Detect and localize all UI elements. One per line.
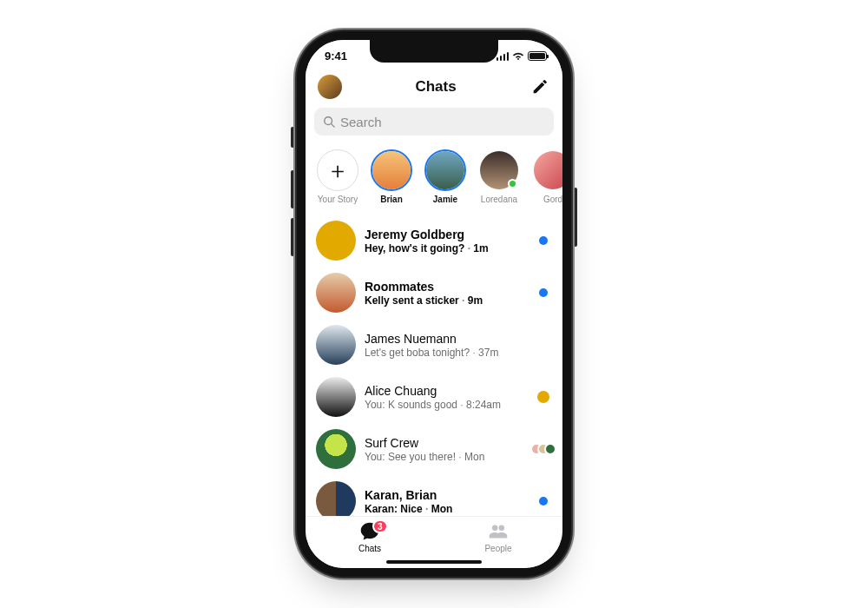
story-label: Your Story [318,195,358,204]
chat-preview: Hey, how's it going? · 1m [365,242,524,254]
svg-line-2 [332,124,335,128]
presence-dot-icon [508,179,517,188]
chat-row[interactable]: Jeremy GoldbergHey, how's it going? · 1m [314,215,559,267]
chat-avatar [316,325,356,365]
seen-avatar-icon [537,391,549,403]
home-indicator[interactable] [386,560,482,564]
clock-label: 9:41 [325,50,347,63]
search-icon [323,116,335,128]
search-input[interactable]: Search [314,108,554,135]
chat-name: Surf Crew [365,436,524,450]
unread-badge: 3 [372,519,388,533]
story-item[interactable]: Gord [531,149,562,204]
story-avatar [372,151,411,189]
chat-avatar [316,377,356,417]
story-item[interactable]: Brian [370,149,413,204]
battery-icon [528,51,547,61]
chat-list[interactable]: Jeremy GoldbergHey, how's it going? · 1m… [306,215,562,516]
story-item[interactable]: Loredana [477,149,521,204]
stories-strip[interactable]: ＋Your StoryBrianJamieLoredanaGord [306,144,562,215]
tab-label: Chats [358,544,381,553]
story-item[interactable]: Jamie [424,149,467,204]
story-label: Loredana [481,195,517,204]
story-label: Brian [380,195,403,204]
story-label: Gord [543,195,562,204]
chat-avatar [316,481,356,516]
chat-row[interactable]: Surf CrewYou: See you there! · Mon [314,423,559,475]
story-avatar [534,151,562,189]
people-icon [487,520,510,543]
chat-avatar [316,429,356,469]
chat-preview: Let's get boba tonight? · 37m [365,347,524,359]
tab-label: People [484,544,511,553]
chat-row[interactable]: James NuemannLet's get boba tonight? · 3… [314,319,559,371]
chat-preview: Kelly sent a sticker · 9m [365,294,524,307]
notch [370,40,498,63]
compose-button[interactable] [529,76,550,97]
page-title: Chats [415,78,456,96]
chat-name: James Nuemann [365,332,524,346]
plus-icon: ＋ [326,159,349,182]
unread-dot-icon [539,497,548,506]
compose-icon [530,77,549,96]
unread-dot-icon [539,288,548,297]
chat-preview: Karan: Nice · Mon [365,503,524,515]
phone-frame: 9:41 Chats [306,40,562,568]
story-item[interactable]: ＋Your Story [316,149,359,204]
chat-preview: You: See you there! · Mon [365,451,524,463]
chat-preview: You: K sounds good · 8:24am [365,399,524,411]
wifi-icon [512,51,524,61]
seen-stack-icon [530,443,556,455]
chat-row[interactable]: RoommatesKelly sent a sticker · 9m [314,267,559,319]
story-avatar [426,151,464,189]
chat-name: Karan, Brian [365,488,524,502]
chat-name: Alice Chuang [365,384,524,398]
story-label: Jamie [433,195,457,204]
profile-avatar[interactable] [318,75,342,99]
chat-name: Jeremy Goldberg [365,228,524,241]
cell-signal-icon [496,51,510,61]
chat-avatar [316,221,356,261]
chat-row[interactable]: Alice ChuangYou: K sounds good · 8:24am [314,371,559,423]
tab-bar: 3 Chats People [306,516,562,568]
app-header: Chats [306,71,562,108]
chat-row[interactable]: Karan, BrianKaran: Nice · Mon [314,475,559,516]
chat-avatar [316,273,356,313]
unread-dot-icon [539,236,548,245]
search-placeholder: Search [340,115,382,129]
chat-name: Roommates [365,280,524,294]
